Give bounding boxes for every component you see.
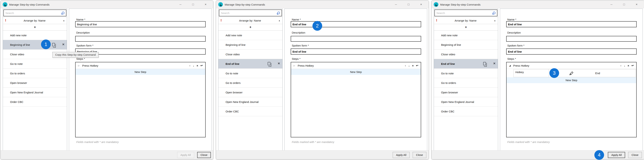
list-item[interactable]: Go to note: [3, 59, 67, 69]
list-item[interactable]: Open New England Journal: [218, 97, 282, 107]
step-press-hotkey[interactable]: ◢ Press Hotkey ↑ ↓ × ↩: [506, 62, 636, 69]
search-icon[interactable]: [62, 12, 64, 14]
expander-collapsed-icon[interactable]: ▷: [294, 64, 296, 67]
annotation-circle-1: 1: [41, 39, 51, 49]
list-item[interactable]: Go to note: [218, 69, 282, 78]
new-step-button[interactable]: New Step: [76, 69, 205, 75]
maximize-button[interactable]: □: [620, 0, 628, 8]
list-item[interactable]: Order CBC: [3, 97, 67, 107]
minimize-button[interactable]: ─: [608, 0, 616, 8]
list-item[interactable]: Go to orders: [218, 78, 282, 88]
dragon-app-icon: [434, 2, 438, 7]
delete-step-icon[interactable]: ×: [412, 64, 414, 67]
copy-command-icon[interactable]: [483, 62, 486, 65]
description-input[interactable]: [506, 36, 636, 42]
name-input[interactable]: [506, 21, 636, 27]
step-press-hotkey[interactable]: ▷ Press Hotkey ↑ ↓ × ↩: [76, 62, 205, 69]
undo-step-icon[interactable]: ↩: [200, 64, 203, 67]
hotkey-value[interactable]: End: [595, 72, 600, 75]
spoken-form-label: Spoken form *: [507, 44, 524, 47]
undo-step-icon[interactable]: ↩: [416, 64, 418, 67]
copy-command-icon[interactable]: [52, 43, 55, 46]
list-item[interactable]: Beginning of line: [434, 40, 498, 50]
close-window-button[interactable]: ×: [417, 0, 425, 8]
move-step-down-icon[interactable]: ↓: [408, 64, 410, 67]
list-item[interactable]: Go to orders: [3, 69, 67, 78]
steps-label: Steps *: [507, 57, 516, 60]
search-input[interactable]: [436, 11, 492, 14]
spoken-form-input[interactable]: [291, 48, 421, 55]
apply-all-button[interactable]: Apply All: [393, 152, 410, 158]
move-step-down-icon[interactable]: ↓: [193, 64, 194, 67]
move-step-up-icon[interactable]: ↑: [189, 64, 191, 67]
name-input[interactable]: [291, 21, 421, 27]
list-item[interactable]: Order CBC: [434, 107, 498, 116]
list-item[interactable]: Beginning of line: [218, 40, 282, 50]
move-step-down-icon[interactable]: ↓: [624, 64, 625, 67]
list-item[interactable]: Close video: [434, 50, 498, 59]
search-icon[interactable]: [493, 12, 496, 14]
move-step-up-icon[interactable]: ↑: [620, 64, 622, 67]
delete-step-icon[interactable]: ×: [196, 64, 198, 67]
close-button[interactable]: Close: [413, 152, 426, 158]
list-item[interactable]: Open browser: [218, 88, 282, 97]
new-step-button[interactable]: New Step: [506, 77, 636, 83]
search-input[interactable]: [221, 11, 276, 14]
delete-step-icon[interactable]: ×: [628, 64, 629, 67]
list-item[interactable]: Open browser: [434, 88, 498, 97]
titlebar[interactable]: Manage Step-by-step Commands ─ □ ×: [432, 0, 644, 8]
search-box: [219, 9, 282, 16]
new-step-button[interactable]: New Step: [291, 69, 421, 75]
maximize-button[interactable]: □: [404, 0, 412, 8]
close-window-button[interactable]: ×: [202, 0, 210, 8]
titlebar[interactable]: Manage Step-by-step Commands ─ □ ×: [0, 0, 213, 8]
add-command-button[interactable]: +: [434, 24, 498, 30]
close-button[interactable]: Close: [628, 152, 642, 158]
delete-command-icon[interactable]: ×: [62, 42, 64, 46]
list-item[interactable]: Go to orders: [434, 78, 498, 88]
edit-pencil-icon[interactable]: [569, 71, 573, 75]
arrange-by-header[interactable]: ! Arrange by: Name ▲: [434, 17, 498, 24]
expander-expanded-icon[interactable]: ◢: [509, 64, 512, 67]
command-detail-panel: Name * Description Spoken form * Steps *…: [284, 9, 427, 151]
titlebar[interactable]: Manage Step-by-step Commands ─ □ ×: [216, 0, 429, 8]
list-item[interactable]: Close video: [218, 50, 282, 59]
search-icon[interactable]: [278, 12, 280, 14]
close-window-button[interactable]: ×: [633, 0, 640, 8]
list-item[interactable]: Order CBC: [218, 107, 282, 116]
move-step-up-icon[interactable]: ↑: [405, 64, 406, 67]
arrange-by-header[interactable]: ! Arrange by: Name ▲: [218, 17, 282, 24]
expander-collapsed-icon[interactable]: ▷: [78, 64, 80, 67]
name-input[interactable]: [75, 21, 206, 27]
arrange-by-header[interactable]: ! Arrange by: Name ▲: [3, 17, 67, 24]
maximize-button[interactable]: □: [189, 0, 197, 8]
minimize-button[interactable]: ─: [176, 0, 184, 8]
add-command-button[interactable]: +: [218, 24, 282, 30]
list-item[interactable]: Add new note: [218, 30, 282, 40]
copy-command-icon[interactable]: [268, 62, 270, 65]
description-label: Description: [292, 31, 305, 34]
description-input[interactable]: [291, 36, 421, 42]
search-input[interactable]: [6, 11, 61, 14]
list-item[interactable]: Open New England Journal: [434, 97, 498, 107]
undo-step-icon[interactable]: ↩: [632, 64, 634, 67]
list-item[interactable]: Add new note: [3, 30, 67, 40]
delete-command-icon[interactable]: ×: [493, 61, 496, 66]
list-item-selected[interactable]: Beginning of line ×: [3, 40, 67, 50]
list-item[interactable]: Add new note: [434, 30, 498, 40]
apply-all-button[interactable]: Apply All: [177, 152, 194, 158]
delete-command-icon[interactable]: ×: [278, 61, 280, 66]
step-press-hotkey[interactable]: ▷ Press Hotkey ↑ ↓ × ↩: [291, 62, 421, 69]
description-input[interactable]: [75, 36, 206, 42]
add-command-button[interactable]: +: [3, 24, 67, 30]
spoken-form-input[interactable]: [506, 48, 636, 55]
list-item-selected[interactable]: End of line ×: [218, 59, 282, 69]
list-item[interactable]: Go to note: [434, 69, 498, 78]
list-item-selected[interactable]: End of line ×: [434, 59, 498, 69]
list-item[interactable]: Open browser: [3, 78, 67, 88]
apply-all-button[interactable]: Apply All: [608, 152, 625, 158]
command-detail-panel: Name * Description Spoken form * Steps *…: [500, 9, 643, 151]
close-button[interactable]: Close: [197, 152, 211, 158]
minimize-button[interactable]: ─: [392, 0, 400, 8]
list-item[interactable]: Open New England Journal: [3, 88, 67, 97]
